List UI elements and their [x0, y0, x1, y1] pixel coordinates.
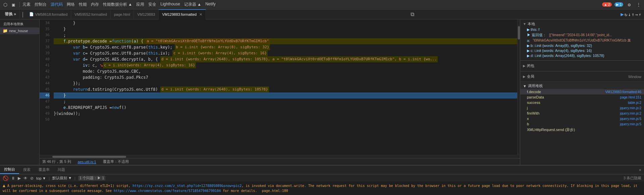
call-stack-row-success[interactable]: success table.js:2: [520, 100, 644, 105]
menu-perf-data[interactable]: 性能数据分析 ▲: [103, 2, 132, 7]
tab-vm129883-formatted[interactable]: VM129883:formatted ✕: [159, 9, 206, 19]
code-line-48: e .BIRDREPORT_APIJS = new f (): [54, 105, 517, 111]
arrow-right-icon: ▶: [523, 64, 526, 68]
closure-title[interactable]: ▶ 闭包: [520, 63, 644, 69]
tabs-sep: |: [20, 11, 26, 17]
tooltip-39: c = i.init {words: Array(4), sigBytes: 1…: [172, 50, 268, 56]
tab-console[interactable]: 控制台: [0, 166, 19, 174]
tab-vm58618[interactable]: 📄 VM58618:formatted: [26, 9, 71, 19]
scope-c[interactable]: ▶ c: i.init {words: Array(4), sigBytes: …: [520, 48, 644, 53]
resume-icon[interactable]: ▶: [621, 11, 624, 17]
menu-security[interactable]: 安全: [148, 2, 156, 7]
arrow-right-icon: ▶: [523, 75, 526, 78]
call-stack-row-j[interactable]: j jquery.min.js:2: [520, 105, 644, 111]
bottom-content: ▲ A parser-blocking, cross site (i.e. di…: [0, 182, 644, 195]
coverage-info: 覆盖率：不适用: [103, 159, 129, 164]
scrollbar-thumb[interactable]: [518, 26, 520, 40]
level-dropdown[interactable]: 默认级别 ▼: [52, 176, 72, 181]
h-scroll-area[interactable]: [40, 155, 520, 158]
code-line-49: }(window));: [54, 111, 517, 117]
menu-memory[interactable]: 内存: [91, 2, 99, 7]
tooltip-45: d = i.init {words: Array(2648), sigBytes…: [160, 86, 269, 92]
code-lines[interactable]: } } ; f .prototype.decode = function: [52, 19, 517, 155]
step-over-icon[interactable]: ↻: [625, 12, 627, 17]
tab-vm129883[interactable]: VM129883: [134, 9, 159, 19]
dock-icon[interactable]: ▣: [10, 1, 17, 8]
play-icon[interactable]: ▶: [18, 176, 21, 181]
vertical-scrollbar[interactable]: [517, 19, 520, 155]
tab-pagehtml[interactable]: page.html: [111, 9, 134, 19]
menu-lighthouse[interactable]: Lighthouse: [160, 2, 180, 7]
pause-on-exception-icon[interactable]: ⏸: [11, 176, 15, 181]
tab-issues[interactable]: 问题: [54, 166, 69, 174]
top-dropdown[interactable]: top ▼: [36, 176, 46, 180]
filter-icon[interactable]: ⊘: [30, 176, 34, 181]
clear-console-icon[interactable]: 🚫: [3, 176, 8, 181]
tab-search[interactable]: 搜索: [19, 166, 35, 174]
code-line-39: var c = CryptoJS.enc.Utf8.parse( this .i…: [54, 50, 517, 56]
top-right: ▲ 2 ▶ 1 ⚙ ⋮: [602, 1, 642, 8]
call-stack-row-b[interactable]: b jquery.min.js:5: [520, 121, 644, 127]
console-file-ref[interactable]: page.html:100: [262, 189, 288, 193]
call-stack-row-x[interactable]: x jquery.min.js:5: [520, 116, 644, 121]
warning-link2[interactable]: https://www.chromestatus.com/feature/571…: [114, 189, 221, 193]
global-window-label: Window: [628, 75, 641, 79]
menu-console[interactable]: 控制台: [35, 2, 47, 7]
close-bottom-panel-icon[interactable]: ✕: [639, 168, 644, 172]
scope-d[interactable]: ▶ d: i.init {words: Array(2648), sigByte…: [520, 53, 644, 58]
step-out-icon[interactable]: ↑: [632, 12, 634, 17]
call-stack-row-parsedata[interactable]: parseData page.html:151: [520, 94, 644, 100]
tabs-bar: 替换 » | 📄 VM58618:formatted VM59552:forma…: [0, 9, 644, 19]
more-icon[interactable]: ⋮: [635, 1, 642, 8]
eye-icon[interactable]: 👁: [23, 176, 28, 181]
scope-this[interactable]: ▶ this: f: [520, 27, 644, 32]
menu-sources[interactable]: 源代码: [51, 2, 63, 7]
h-scrollbar-thumb[interactable]: [52, 156, 126, 158]
scope-divider-2: [520, 71, 644, 71]
call-stack-row-firewith[interactable]: fireWith jquery.min.js:2: [520, 111, 644, 116]
replace-checkbox-row: 启用本地替换: [0, 21, 39, 27]
folder-new-house[interactable]: 📁 new_house: [0, 27, 39, 34]
menu-recorder[interactable]: 记录器 ▲: [184, 2, 201, 7]
code-line-45: return d.toString(CryptoJS.enc.Utf8) d =…: [54, 86, 517, 92]
menu-performance[interactable]: 性能: [79, 2, 87, 7]
menu-application[interactable]: 应用: [136, 2, 144, 7]
replace-tab[interactable]: 替换 »: [1, 9, 20, 19]
code-line-44: });: [54, 80, 517, 86]
call-stack-row-xmlhttp[interactable]: XMLHttpRequest.send (异步): [520, 127, 644, 133]
status-bar: 第 46 行，第 5 列 aes.util.js:1 覆盖率：不适用: [40, 158, 520, 165]
scope-b[interactable]: ▶ b: i.init {words: Array(8), sigBytes: …: [520, 43, 644, 48]
code-scroll-area: 34 35 36 37 38 39 40 41 42 43 44 45 46 4…: [40, 19, 520, 155]
menu-netify[interactable]: Netify: [205, 2, 216, 7]
code-line-40: var d = CryptoJS.AES.decrypt(a, b, { d =…: [54, 56, 517, 62]
devtools-icon[interactable]: ⬡: [2, 1, 9, 8]
info-badge: ▶ 1: [614, 2, 623, 7]
tab-coverage[interactable]: 覆盖率: [35, 166, 54, 174]
call-stack-title[interactable]: ▼ 调用堆栈: [520, 83, 644, 89]
folder-icon: 📁: [3, 28, 8, 33]
call-stack-row-fdecode[interactable]: f.decode VM129883:formatted:46: [520, 89, 644, 94]
top-toolbar: ⬡ ▣ 元素 控制台 源代码 网络 性能 内存 性能数据分析 ▲ 应用 安全 L…: [0, 0, 644, 9]
step-into-icon[interactable]: ↓: [628, 12, 631, 17]
scope-local-title[interactable]: ▼ 本地: [520, 21, 644, 27]
scope-a[interactable]: a: "t0lWskGAcviXt0rdOEToBffNfm1oYLYUdDxB…: [520, 38, 644, 43]
tab-vm59552[interactable]: VM59552:formatted: [71, 9, 111, 19]
editor-main: 启用本地替换 📁 new_house 34 35 36 37 38 39 40 …: [0, 19, 644, 165]
deactivate-breakpoints-icon[interactable]: ⚡: [639, 12, 641, 17]
arrow-down-icon: ▼: [523, 22, 526, 26]
menu-elements[interactable]: 元素: [22, 2, 31, 7]
global-title[interactable]: ▶ 全局 Window: [520, 73, 644, 80]
editor-center: 34 35 36 37 38 39 40 41 42 43 44 45 46 4…: [40, 19, 520, 165]
warning-link1[interactable]: https://sy.cnzz.com/z_stat.php?id=127880…: [132, 184, 241, 188]
step-icon[interactable]: →: [635, 12, 638, 17]
split-editor-icon[interactable]: ⧉: [409, 11, 416, 18]
settings-icon[interactable]: ⚙: [626, 1, 633, 8]
code-line-46: }: [54, 92, 517, 99]
menu-items: 元素 控制台 源代码 网络 性能 内存 性能数据分析 ▲ 应用 安全 Light…: [22, 2, 216, 7]
menu-network[interactable]: 网络: [67, 2, 75, 7]
file-link[interactable]: aes.util.js:1: [78, 160, 96, 164]
scope-return[interactable]: ▶ 返回值： [{"timeend":"2024-01-06 14:00","p…: [520, 32, 644, 38]
tab-close-icon[interactable]: ✕: [199, 12, 202, 17]
line-numbers: 34 35 36 37 38 39 40 41 42 43 44 45 46 4…: [40, 19, 52, 155]
scope-divider-3: [520, 82, 644, 82]
